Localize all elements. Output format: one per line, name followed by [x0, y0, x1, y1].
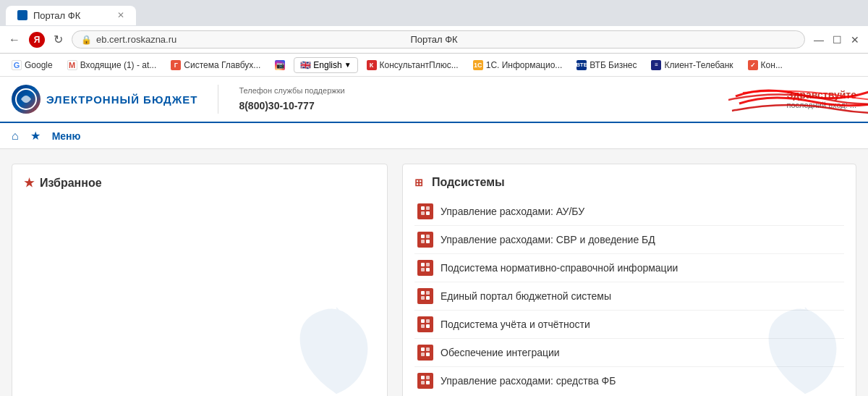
tab-close-icon[interactable]: ✕: [117, 10, 124, 20]
svg-rect-17: [421, 319, 425, 323]
instagram-icon: 📷: [275, 60, 285, 70]
watermark-favorites: [286, 303, 387, 396]
bookmark-klient[interactable]: ≡ Клиент-Телебанк: [645, 58, 739, 72]
svg-rect-27: [421, 381, 425, 384]
logo-text-area: ЭЛЕКТРОННЫЙ БЮДЖЕТ: [46, 93, 197, 106]
svg-rect-8: [426, 240, 430, 243]
glavbux-icon: Г: [171, 60, 181, 70]
maximize-button[interactable]: ☐: [830, 33, 845, 47]
1s-icon: 1С: [473, 60, 483, 70]
bookmark-1s[interactable]: 1С 1С. Информацио...: [467, 58, 569, 72]
tab-favicon: [17, 10, 27, 20]
bookmarks-bar: G Google M Входящие (1) - at... Г Систем…: [0, 54, 868, 77]
bookmark-instagram[interactable]: 📷: [269, 58, 291, 72]
subsystem-icon: [417, 203, 433, 219]
subsystem-label: Подсистема нормативно-справочной информа…: [441, 262, 678, 274]
bookmark-konsultant-label: КонсультантПлюс...: [380, 60, 459, 70]
bookmark-mail-label: Входящие (1) - at...: [80, 60, 157, 70]
logo-main-text: ЭЛЕКТРОННЫЙ БЮДЖЕТ: [46, 93, 197, 106]
bookmark-vtb-label: ВТБ Бизнес: [590, 60, 637, 70]
svg-rect-7: [421, 240, 425, 243]
bookmark-google[interactable]: G Google: [6, 58, 59, 72]
tab-title: Портал ФК: [33, 10, 80, 21]
bookmark-kon[interactable]: ✓ Кон...: [742, 58, 788, 72]
bookmark-english[interactable]: 🇬🇧 English ▼: [294, 57, 357, 73]
svg-rect-25: [421, 376, 425, 379]
svg-rect-14: [426, 291, 430, 295]
bookmark-english-label: English: [313, 60, 341, 70]
logo-icon: [12, 85, 41, 114]
svg-rect-15: [421, 296, 425, 300]
home-nav-icon[interactable]: ⌂: [12, 130, 19, 143]
bookmark-vtb[interactable]: ВТБ ВТБ Бизнес: [571, 58, 642, 72]
subsystem-icon: [417, 373, 433, 389]
subsystem-label: Подсистема учёта и отчётности: [441, 319, 590, 330]
app-content: ЭЛЕКТРОННЫЙ БЮДЖЕТ Телефон службы поддер…: [0, 77, 868, 396]
app-header: ЭЛЕКТРОННЫЙ БЮДЖЕТ Телефон службы поддер…: [0, 77, 868, 123]
subsystem-label: Управление расходами: СВР и доведение БД: [441, 234, 655, 245]
svg-rect-1: [421, 206, 425, 210]
subsystem-item[interactable]: Управление расходами: СВР и доведение БД: [414, 226, 844, 254]
chevron-down-icon: ▼: [344, 61, 352, 69]
last-login-value: ...: [850, 101, 856, 109]
svg-rect-12: [426, 268, 430, 271]
svg-rect-13: [421, 291, 425, 295]
subsystem-label: Единый портал бюджетной системы: [441, 290, 611, 302]
favorites-star-icon: ★: [24, 176, 34, 190]
grid-icon: ⊞: [414, 177, 423, 188]
svg-rect-24: [426, 353, 430, 356]
vertical-divider: [218, 85, 218, 114]
subsystem-item[interactable]: Подсистема нормативно-справочной информа…: [414, 254, 844, 282]
subsystem-label: Управление расходами: средства ФБ: [441, 375, 616, 387]
tab-bar: Портал ФК ✕: [0, 0, 868, 26]
phone-number: 8(800)30-10-777: [239, 98, 344, 114]
favorites-title-text: Избранное: [40, 177, 102, 190]
back-button[interactable]: ←: [6, 32, 23, 48]
subsystem-icon: [417, 232, 433, 248]
address-text: eb.cert.roskazna.ru: [96, 34, 176, 45]
subsystem-label: Обеспечение интеграции: [441, 347, 560, 358]
refresh-button[interactable]: ↻: [51, 31, 66, 48]
yandex-button[interactable]: Я: [29, 32, 45, 48]
subsystem-item[interactable]: Управление расходами: АУ/БУ: [414, 198, 844, 226]
svg-rect-21: [421, 347, 425, 351]
bookmark-glavbux[interactable]: Г Система Главбух...: [165, 58, 266, 72]
svg-rect-20: [426, 324, 430, 328]
favorites-panel-title: ★ Избранное: [24, 176, 375, 190]
nav-bar: ⌂ ★ Меню: [0, 123, 868, 149]
bookmark-konsultant[interactable]: К КонсультантПлюс...: [361, 58, 464, 72]
subsystem-label: Управление расходами: АУ/БУ: [441, 206, 584, 217]
svg-rect-11: [421, 268, 425, 271]
svg-rect-19: [421, 324, 425, 328]
subsystems-panel-title: ⊞ Подсистемы: [414, 176, 844, 189]
klient-icon: ≡: [651, 60, 661, 70]
subsystem-icon: [417, 316, 433, 332]
svg-rect-4: [426, 211, 430, 215]
last-login-label: последний вход:: [786, 101, 847, 109]
kon-icon: ✓: [748, 60, 758, 70]
minimize-button[interactable]: —: [811, 33, 827, 47]
logo-area: ЭЛЕКТРОННЫЙ БЮДЖЕТ: [12, 85, 197, 114]
browser-chrome: Портал ФК ✕ ← Я ↻ 🔒 eb.cert.roskazna.ru …: [0, 0, 868, 77]
close-button[interactable]: ✕: [848, 33, 862, 47]
subsystem-icon: [417, 345, 433, 361]
bookmark-kon-label: Кон...: [761, 60, 783, 70]
menu-nav-label[interactable]: Меню: [52, 130, 81, 142]
favorites-panel: ★ Избранное: [12, 164, 388, 396]
bookmark-mail[interactable]: M Входящие (1) - at...: [61, 58, 163, 72]
svg-rect-26: [426, 376, 430, 379]
address-bar-row: ← Я ↻ 🔒 eb.cert.roskazna.ru Портал ФК — …: [0, 26, 868, 54]
svg-rect-9: [421, 263, 425, 266]
last-login: последний вход: ...: [786, 101, 856, 109]
subsystems-panel: ⊞ Подсистемы Управление расходами: АУ/БУ…: [402, 164, 856, 396]
favorites-nav-icon[interactable]: ★: [30, 129, 41, 143]
greeting-text: Здравствуйте: [786, 89, 856, 101]
subsystem-icon: [417, 260, 433, 276]
greeting-area: Здравствуйте последний вход: ...: [786, 89, 856, 109]
lock-icon: 🔒: [81, 35, 92, 45]
svg-rect-6: [426, 235, 430, 238]
svg-rect-16: [426, 296, 430, 300]
bookmark-google-label: Google: [25, 60, 53, 70]
svg-rect-23: [421, 353, 425, 356]
active-tab[interactable]: Портал ФК ✕: [6, 6, 136, 25]
